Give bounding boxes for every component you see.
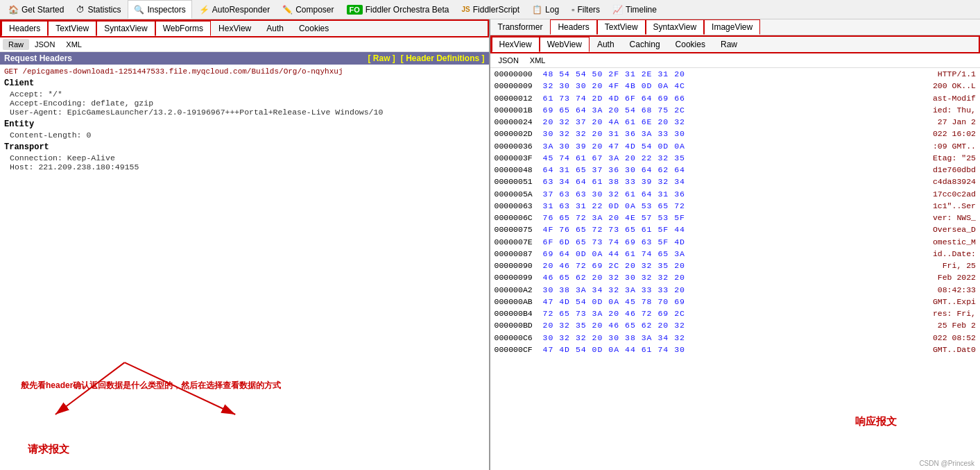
nav-inspectors[interactable]: 🔍 Inspectors (128, 0, 191, 19)
hex-offset: 000000CF (495, 344, 543, 355)
header-defs-link[interactable]: [ Header Definitions ] (401, 53, 485, 63)
nav-autoresponder[interactable]: ⚡ AutoResponder (194, 0, 275, 19)
hex-ascii: 022 16:02 (900, 128, 976, 140)
tab-right-syntaxview[interactable]: SyntaxView (646, 19, 704, 35)
tab-left-webforms[interactable]: WebForms (155, 21, 211, 36)
hex-ascii: c4da83924 (900, 176, 976, 187)
hex-ascii: ast-Modif (900, 92, 976, 104)
tab-left-syntaxview[interactable]: SyntaxView (96, 21, 155, 36)
hex-row: 0000006331 63 31 22 0D 0A 53 65 721c1"..… (490, 200, 981, 212)
headers-content[interactable]: GET /epicgames-download1-1251447533.file… (0, 65, 489, 359)
hex-bytes: 20 32 37 20 4A 61 6E 20 32 (543, 116, 900, 128)
tab-right-cookies[interactable]: Cookies (668, 37, 713, 52)
tab-right-textview[interactable]: TextView (597, 19, 646, 35)
hex-offset: 00000012 (495, 92, 543, 104)
hex-ascii: ied: Thu, (900, 104, 976, 116)
tab-right-caching[interactable]: Caching (622, 37, 668, 52)
header-accept: Accept: */* (4, 90, 485, 99)
hex-row: 0000000932 30 30 20 4F 4B 0D 0A 4C200 OK… (490, 80, 981, 92)
hex-bytes: 64 31 65 37 36 30 64 62 64 (543, 164, 900, 176)
tab-left-cookies[interactable]: Cookies (291, 21, 336, 36)
hex-ascii: Etag: "25 (900, 152, 976, 164)
sub-tab-raw[interactable]: Raw (3, 39, 29, 50)
hex-row: 0000007E6F 6D 65 73 74 69 63 5F 4Domesti… (490, 236, 981, 248)
hex-ascii: 1c1"..Ser (900, 200, 976, 212)
nav-fiddler-orchestra[interactable]: FO Fiddler Orchestra Beta (341, 0, 455, 19)
right-sub-tab-xml[interactable]: XML (524, 55, 551, 66)
tab-right-imageview[interactable]: ImageView (704, 19, 760, 35)
tab-right-raw[interactable]: Raw (713, 37, 745, 52)
arrows-svg (0, 359, 489, 470)
tab-right-hexview[interactable]: HexView (492, 37, 540, 52)
hex-row: 0000005A37 63 63 30 32 61 64 31 3617cc0c… (490, 188, 981, 200)
left-tab-bar: Headers TextView SyntaxView WebForms Hex… (0, 19, 489, 37)
hex-ascii: id..Date: (900, 248, 976, 260)
headers-title: Request Headers (4, 53, 72, 63)
hex-ascii: omestic_M (900, 236, 976, 248)
hex-ascii: 17cc0c2ad (900, 188, 976, 200)
nav-fiddlerscript[interactable]: JS FiddlerScript (456, 0, 526, 19)
hex-row: 0000009020 46 72 69 2C 20 32 35 20 Fri, … (490, 260, 981, 271)
main-area: Headers TextView SyntaxView WebForms Hex… (0, 19, 980, 470)
hex-bytes: 20 32 35 20 46 65 62 20 32 (543, 319, 900, 331)
tab-right-webview[interactable]: WebView (540, 37, 590, 52)
header-links: [ Raw ] [ Header Definitions ] (368, 53, 484, 63)
hex-row: 0000005163 34 64 61 38 33 39 32 34c4da83… (490, 176, 981, 187)
hex-offset: 000000AB (495, 296, 543, 308)
tab-left-auth[interactable]: Auth (259, 21, 291, 36)
tab-right-transformer[interactable]: Transformer (490, 19, 551, 35)
hex-bytes: 45 74 61 67 3A 20 22 32 35 (543, 152, 900, 164)
tab-left-hexview[interactable]: HexView (211, 21, 259, 36)
hex-ascii: :09 GMT.. (900, 140, 976, 152)
hex-content[interactable]: 0000000048 54 54 50 2F 31 2E 31 20HTTP/1… (490, 68, 981, 470)
nav-timeline-label: Timeline (626, 5, 657, 15)
header-content-length: Content-Length: 0 (4, 131, 485, 140)
hex-bytes: 37 63 63 30 32 61 64 31 36 (543, 188, 900, 200)
inspectors-icon: 🔍 (134, 5, 144, 15)
nav-fiddlerscript-label: FiddlerScript (473, 5, 519, 15)
nav-filters[interactable]: ▫ Filters (566, 0, 605, 19)
hex-bytes: 63 34 64 61 38 33 39 32 34 (543, 176, 900, 187)
hex-bytes: 46 65 62 20 32 30 32 32 20 (543, 271, 900, 283)
hex-ascii: GMT..Dat0 (900, 344, 976, 355)
hex-ascii: 25 Feb 2 (900, 319, 976, 331)
tab-left-headers[interactable]: Headers (1, 21, 48, 36)
watermark: CSDN @Princesk (919, 460, 974, 467)
hex-ascii: Oversea_D (900, 224, 976, 235)
nav-composer[interactable]: ✏️ Composer (277, 0, 339, 19)
nav-statistics[interactable]: ⏱ Statistics (71, 0, 126, 19)
tab-left-textview[interactable]: TextView (48, 21, 96, 36)
hex-offset: 00000024 (495, 116, 543, 128)
hex-row: 0000002420 32 37 20 4A 61 6E 20 32 27 Ja… (490, 116, 981, 128)
tab-right-headers[interactable]: Headers (550, 19, 596, 35)
hex-offset: 000000C6 (495, 332, 543, 344)
section-transport-title: Transport (4, 142, 485, 152)
hex-ascii: GMT..Expi (900, 296, 976, 308)
hex-bytes: 47 4D 54 0D 0A 45 78 70 69 (543, 296, 900, 308)
right-tab-bar-1: Transformer Headers TextView SyntaxView … (490, 19, 981, 35)
tab-right-auth[interactable]: Auth (590, 37, 622, 52)
hex-ascii: 08:42:33 (900, 284, 976, 296)
nav-log[interactable]: 📋 Log (526, 0, 565, 19)
raw-link[interactable]: [ Raw ] (368, 53, 395, 63)
hex-row: 000000363A 30 39 20 47 4D 54 0D 0A:09 GM… (490, 140, 981, 152)
nav-autoresponder-label: AutoResponder (212, 5, 270, 15)
fiddlerscript-icon: JS (462, 6, 470, 13)
response-label: 响应报文 (855, 415, 897, 428)
sub-tab-json[interactable]: JSON (29, 39, 60, 50)
left-sub-tab-bar: Raw JSON XML (0, 37, 489, 52)
left-inner: GET /epicgames-download1-1251447533.file… (0, 65, 489, 470)
hex-row: 000000AB47 4D 54 0D 0A 45 78 70 69GMT..E… (490, 296, 981, 308)
left-panel: Headers TextView SyntaxView WebForms Hex… (0, 19, 490, 470)
right-sub-tab-json[interactable]: JSON (493, 55, 524, 66)
hex-ascii: Feb 2022 (900, 271, 976, 283)
hex-offset: 00000051 (495, 176, 543, 187)
sub-tab-xml[interactable]: XML (60, 39, 87, 50)
headers-title-bar: Request Headers [ Raw ] [ Header Definit… (0, 52, 489, 65)
statistics-icon: ⏱ (76, 5, 85, 15)
hex-ascii: d1e760dbd (900, 164, 976, 176)
request-label: 请求报文 (28, 443, 69, 456)
nav-timeline[interactable]: 📈 Timeline (607, 0, 662, 19)
nav-get-started[interactable]: 🏠 Get Started (3, 0, 69, 19)
hex-bytes: 76 65 72 3A 20 4E 57 53 5F (543, 212, 900, 224)
